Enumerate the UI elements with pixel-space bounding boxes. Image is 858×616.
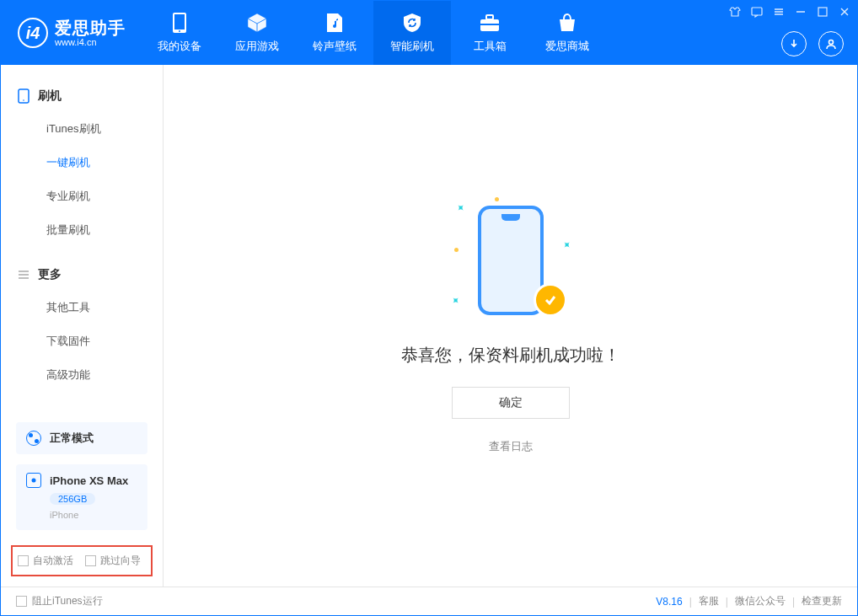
skin-icon[interactable] (729, 6, 741, 18)
svg-point-16 (23, 99, 24, 101)
svg-point-2 (179, 30, 180, 32)
device-mode-card[interactable]: 正常模式 (16, 422, 147, 454)
nav-tab-label: 智能刷机 (390, 39, 434, 54)
nav-tab-toolbox[interactable]: 工具箱 (451, 1, 528, 65)
version-label[interactable]: V8.16 (656, 596, 682, 608)
nav-tab-label: 工具箱 (474, 39, 507, 54)
refresh-shield-icon (401, 12, 423, 34)
nav-tab-label: 铃声壁纸 (313, 39, 357, 54)
svg-rect-4 (486, 15, 493, 19)
music-file-icon (324, 12, 346, 34)
toolbox-icon (479, 12, 501, 34)
checkbox-skip-guide[interactable]: 跳过向导 (85, 554, 141, 568)
checkbox-auto-activate[interactable]: 自动激活 (18, 554, 73, 568)
sidebar-item-advanced[interactable]: 高级功能 (1, 358, 163, 392)
app-header: i4 爱思助手 www.i4.cn 我的设备 应用游戏 铃声壁纸 智能刷机 工具… (1, 1, 857, 65)
device-name: iPhone XS Max (50, 474, 128, 487)
device-type: iPhone (50, 510, 78, 520)
logo-icon: i4 (18, 18, 48, 48)
svg-rect-11 (818, 8, 827, 16)
mode-icon (26, 431, 41, 446)
nav-tab-label: 我的设备 (158, 39, 201, 54)
nav-tab-smart-flash[interactable]: 智能刷机 (373, 1, 451, 65)
sidebar-section-title: 刷机 (38, 88, 62, 104)
footer-right: V8.16 | 客服 | 微信公众号 | 检查更新 (656, 594, 842, 608)
checkbox-icon (85, 555, 96, 566)
app-body: 刷机 iTunes刷机 一键刷机 专业刷机 批量刷机 更多 其他工具 下载固件 … (1, 65, 857, 587)
sidebar-section-more[interactable]: 更多 (1, 259, 163, 291)
phone-icon (169, 12, 190, 34)
logo-text: 爱思助手 www.i4.cn (55, 19, 126, 47)
footer-link-check-update[interactable]: 检查更新 (802, 594, 842, 608)
footer-link-support[interactable]: 客服 (699, 594, 719, 608)
menu-icon[interactable] (773, 6, 785, 18)
checkbox-label: 自动激活 (33, 554, 73, 568)
nav-tab-label: 爱思商城 (545, 39, 589, 54)
feedback-icon[interactable] (751, 6, 763, 18)
svg-rect-1 (174, 14, 185, 29)
device-capacity: 256GB (50, 493, 95, 505)
sidebar: 刷机 iTunes刷机 一键刷机 专业刷机 批量刷机 更多 其他工具 下载固件 … (1, 65, 164, 587)
nav-tab-my-device[interactable]: 我的设备 (141, 1, 218, 65)
header-right-actions (781, 31, 844, 56)
maximize-icon[interactable] (817, 6, 829, 18)
checkbox-icon (18, 555, 29, 566)
svg-point-14 (829, 40, 834, 45)
brand-title: 爱思助手 (55, 19, 126, 37)
cube-icon (246, 12, 268, 34)
brand-subtitle: www.i4.cn (55, 37, 126, 47)
sidebar-section-flash[interactable]: 刷机 (1, 80, 163, 112)
sidebar-item-download-firmware[interactable]: 下载固件 (1, 324, 163, 358)
device-icon (26, 473, 41, 488)
sidebar-item-pro-flash[interactable]: 专业刷机 (1, 179, 163, 213)
success-check-icon (534, 283, 567, 317)
nav-tabs: 我的设备 应用游戏 铃声壁纸 智能刷机 工具箱 爱思商城 (141, 1, 606, 65)
close-icon[interactable] (839, 6, 850, 18)
sidebar-section-title: 更多 (38, 267, 62, 282)
minimize-icon[interactable] (795, 6, 807, 18)
confirm-button[interactable]: 确定 (452, 387, 570, 419)
device-card[interactable]: iPhone XS Max 256GB iPhone (16, 464, 147, 530)
phone-outline-icon (18, 88, 29, 104)
device-mode-label: 正常模式 (50, 431, 94, 446)
success-illustration: ✦✦✦ (456, 197, 566, 324)
sidebar-item-batch-flash[interactable]: 批量刷机 (1, 213, 163, 247)
svg-rect-6 (752, 8, 762, 15)
window-controls (729, 6, 850, 18)
nav-tab-label: 应用游戏 (235, 39, 279, 54)
checkbox-label: 阻止iTunes运行 (32, 594, 103, 608)
nav-tab-apps-games[interactable]: 应用游戏 (218, 1, 296, 65)
checkbox-icon (16, 596, 27, 607)
nav-tab-ringtone-wallpaper[interactable]: 铃声壁纸 (296, 1, 373, 65)
download-button[interactable] (781, 31, 807, 56)
success-title: 恭喜您，保资料刷机成功啦！ (401, 344, 620, 367)
view-log-link[interactable]: 查看日志 (489, 439, 533, 454)
main-content: ✦✦✦ 恭喜您，保资料刷机成功啦！ 确定 查看日志 (164, 65, 857, 587)
checkbox-label: 跳过向导 (100, 554, 141, 568)
sidebar-item-other-tools[interactable]: 其他工具 (1, 291, 163, 324)
store-icon (556, 12, 578, 34)
footer-link-wechat[interactable]: 微信公众号 (735, 594, 786, 608)
app-logo[interactable]: i4 爱思助手 www.i4.cn (1, 18, 141, 48)
checkbox-block-itunes[interactable]: 阻止iTunes运行 (16, 594, 103, 608)
sidebar-item-itunes-flash[interactable]: iTunes刷机 (1, 112, 163, 146)
user-button[interactable] (818, 31, 844, 56)
list-icon (18, 269, 29, 281)
app-footer: 阻止iTunes运行 V8.16 | 客服 | 微信公众号 | 检查更新 (1, 587, 857, 615)
nav-tab-store[interactable]: 爱思商城 (528, 1, 606, 65)
svg-rect-5 (480, 24, 499, 25)
flash-options-highlighted: 自动激活 跳过向导 (11, 545, 153, 576)
sidebar-item-oneclick-flash[interactable]: 一键刷机 (1, 146, 163, 179)
